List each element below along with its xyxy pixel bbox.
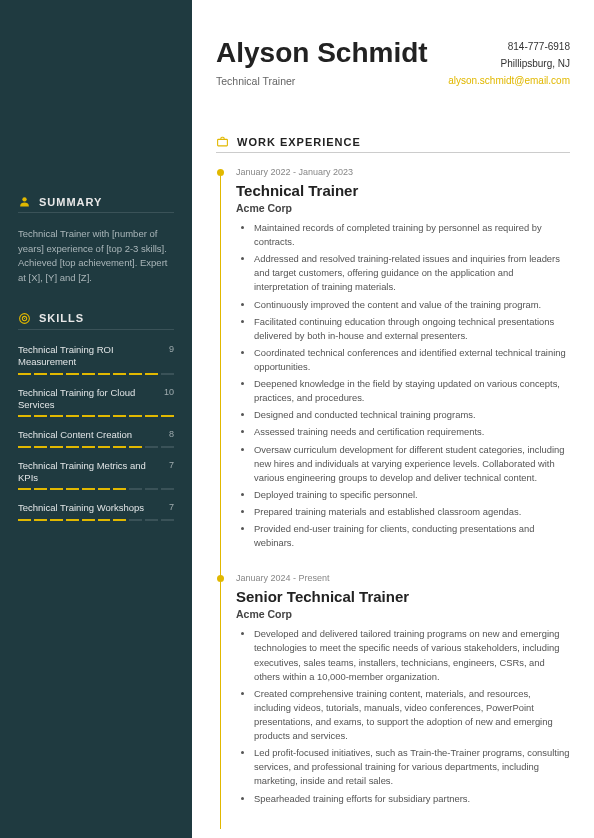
job-role: Technical Trainer [236, 182, 570, 199]
job-bullet: Continuously improved the content and va… [254, 298, 570, 312]
skills-label: SKILLS [39, 312, 84, 324]
contact-block: 814-777-6918 Phillipsburg, NJ alyson.sch… [448, 38, 570, 89]
summary-text: Technical Trainer with [number of years]… [18, 227, 174, 286]
skill-row: Technical Training Metrics and KPIs7 [18, 460, 174, 485]
work-section: WORK EXPERIENCE January 2022 - January 2… [216, 135, 570, 829]
job-entry: January 2024 - PresentSenior Technical T… [220, 573, 570, 828]
job-bullet: Spearheaded training efforts for subsidi… [254, 792, 570, 806]
job-bullet: Maintained records of completed training… [254, 221, 570, 249]
divider [18, 212, 174, 213]
skill-bar [18, 488, 174, 490]
svg-point-3 [24, 318, 25, 319]
job-entry: January 2022 - January 2023Technical Tra… [220, 167, 570, 573]
skill-rating: 7 [169, 460, 174, 470]
briefcase-icon [216, 135, 229, 148]
phone: 814-777-6918 [448, 38, 570, 55]
job-dates: January 2022 - January 2023 [236, 167, 570, 177]
job-bullet: Led profit-focused initiatives, such as … [254, 746, 570, 788]
skill-name: Technical Training ROI Measurement [18, 344, 161, 369]
name-block: Alyson Schmidt Technical Trainer [216, 38, 428, 87]
job-company: Acme Corp [236, 608, 570, 620]
job-bullet: Deployed training to specific personnel. [254, 488, 570, 502]
header: Alyson Schmidt Technical Trainer 814-777… [216, 38, 570, 89]
job-bullet: Prepared training materials and establis… [254, 505, 570, 519]
skill-rating: 8 [169, 429, 174, 439]
job-bullet: Created comprehensive training content, … [254, 687, 570, 743]
full-name: Alyson Schmidt [216, 38, 428, 69]
work-label: WORK EXPERIENCE [237, 136, 361, 148]
job-bullet: Provided end-user training for clients, … [254, 522, 570, 550]
skill-name: Technical Training for Cloud Services [18, 387, 156, 412]
skill-row: Technical Training for Cloud Services10 [18, 387, 174, 412]
job-bullet: Facilitated continuing education through… [254, 315, 570, 343]
skill-bar [18, 373, 174, 375]
job-bullet: Developed and delivered tailored trainin… [254, 627, 570, 683]
skill-rating: 7 [169, 502, 174, 512]
job-title: Technical Trainer [216, 75, 428, 87]
jobs-timeline: January 2022 - January 2023Technical Tra… [220, 167, 570, 829]
target-icon [18, 312, 31, 325]
svg-rect-4 [218, 139, 228, 146]
skill-bar [18, 415, 174, 417]
skills-list: Technical Training ROI Measurement9Techn… [18, 344, 174, 521]
skills-heading: SKILLS [18, 312, 174, 325]
skill-name: Technical Content Creation [18, 429, 161, 441]
job-bullet: Assessed training needs and certificatio… [254, 425, 570, 439]
skill-rating: 10 [164, 387, 174, 397]
person-icon [18, 195, 31, 208]
job-company: Acme Corp [236, 202, 570, 214]
svg-point-0 [22, 197, 26, 201]
skill-row: Technical Training Workshops7 [18, 502, 174, 514]
divider [18, 329, 174, 330]
skill-row: Technical Content Creation8 [18, 429, 174, 441]
sidebar: SUMMARY Technical Trainer with [number o… [0, 0, 192, 838]
job-bullet: Designed and conducted technical trainin… [254, 408, 570, 422]
job-bullet: Deepened knowledge in the field by stayi… [254, 377, 570, 405]
summary-heading: SUMMARY [18, 195, 174, 208]
email: alyson.schmidt@email.com [448, 72, 570, 89]
skill-bar [18, 446, 174, 448]
divider [216, 152, 570, 153]
work-heading: WORK EXPERIENCE [216, 135, 570, 148]
skill-rating: 9 [169, 344, 174, 354]
job-bullet: Oversaw curriculum development for diffe… [254, 443, 570, 485]
skill-bar [18, 519, 174, 521]
skill-row: Technical Training ROI Measurement9 [18, 344, 174, 369]
job-role: Senior Technical Trainer [236, 588, 570, 605]
job-bullet: Addressed and resolved training-related … [254, 252, 570, 294]
job-bullet: Coordinated technical conferences and id… [254, 346, 570, 374]
job-bullets: Maintained records of completed training… [236, 221, 570, 550]
job-bullets: Developed and delivered tailored trainin… [236, 627, 570, 805]
location: Phillipsburg, NJ [448, 55, 570, 72]
skill-name: Technical Training Metrics and KPIs [18, 460, 161, 485]
skill-name: Technical Training Workshops [18, 502, 161, 514]
main: Alyson Schmidt Technical Trainer 814-777… [192, 0, 594, 838]
summary-label: SUMMARY [39, 196, 102, 208]
job-dates: January 2024 - Present [236, 573, 570, 583]
